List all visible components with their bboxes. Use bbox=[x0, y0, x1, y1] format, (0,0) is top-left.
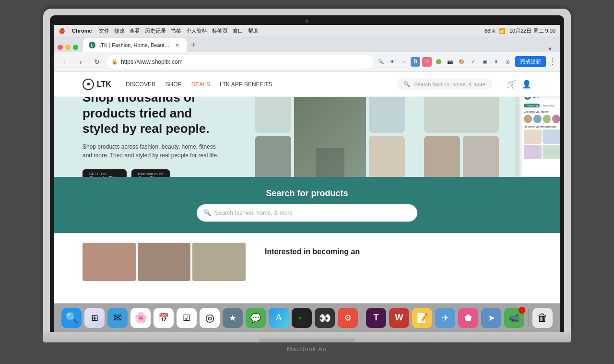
product-search-bar[interactable]: 🔍 Search fashion, home, & more bbox=[197, 204, 417, 222]
nav-search[interactable]: 🔍 Search fashion, home, & more bbox=[397, 78, 492, 90]
ext-palette[interactable]: 🎨 bbox=[457, 57, 466, 67]
search-icon: 🔍 bbox=[403, 81, 410, 87]
lock-icon: 🔒 bbox=[111, 59, 118, 65]
chrome-tabbar: L LTK | Fashion, Home, Beauty... ✕ + ▼ bbox=[54, 36, 560, 52]
apple-icon[interactable]: 🍎 bbox=[59, 28, 65, 34]
search-section-title: Search for products bbox=[65, 188, 549, 199]
nav-ltk-app[interactable]: LTK APP BENEFITS bbox=[220, 81, 272, 88]
menu-right: 66% 📶 10月22日 周二 9:00 bbox=[484, 27, 555, 35]
camera-notch bbox=[305, 19, 309, 23]
phone-search-bar bbox=[543, 97, 560, 99]
dock-paw[interactable]: ➤ bbox=[481, 308, 501, 328]
menu-items: 文件 修改 查看 历史记录 书签 个人资料 标签页 窗口 帮助 bbox=[99, 27, 259, 35]
dock-mail[interactable]: ✉ bbox=[107, 308, 128, 328]
hero-image-6 bbox=[424, 97, 499, 133]
menu-history[interactable]: 历史记录 bbox=[145, 27, 166, 35]
creator-avatar-1 bbox=[524, 115, 532, 123]
nav-links: DISCOVER SHOP DEALS LTK APP BENEFITS bbox=[126, 81, 272, 88]
dock-wps[interactable]: W bbox=[389, 308, 409, 328]
dock-toolbox[interactable]: ⚙ bbox=[338, 308, 358, 328]
forward-button[interactable]: › bbox=[74, 55, 87, 69]
bottom-section: Interested in becoming an bbox=[54, 233, 560, 304]
google-play-large: Google Play bbox=[89, 176, 120, 177]
google-play-button[interactable]: GET IT ON Google Play bbox=[83, 169, 127, 177]
phone-product-1 bbox=[524, 129, 542, 144]
ext-circle[interactable]: ◎ bbox=[503, 57, 512, 67]
nav-discover[interactable]: DISCOVER bbox=[126, 81, 156, 88]
phone-product-3 bbox=[524, 145, 542, 159]
address-bar[interactable]: 🔒 https://www.shopltk.com bbox=[106, 55, 373, 69]
menu-bookmarks[interactable]: 书签 bbox=[171, 27, 181, 35]
ext-box[interactable]: ▣ bbox=[480, 57, 489, 67]
browser-tab[interactable]: L LTK | Fashion, Home, Beauty... ✕ bbox=[83, 38, 187, 52]
menu-help[interactable]: 帮助 bbox=[248, 27, 259, 35]
minimize-button[interactable] bbox=[65, 45, 71, 50]
menu-view[interactable]: 查看 bbox=[130, 27, 140, 35]
phone-product-4 bbox=[543, 145, 560, 159]
app-store-button[interactable]: Download on the App Store bbox=[131, 169, 170, 177]
ext-green[interactable]: 🟢 bbox=[434, 57, 443, 67]
dock-calendar[interactable]: 📅 bbox=[154, 308, 174, 328]
ext-eye[interactable]: 👁 bbox=[388, 57, 397, 67]
tab-close-button[interactable]: ✕ bbox=[173, 41, 181, 49]
nav-deals[interactable]: DEALS bbox=[191, 81, 210, 88]
user-icon[interactable]: 👤 bbox=[522, 80, 531, 89]
refresh-button[interactable]: ↻ bbox=[90, 55, 104, 69]
menu-window[interactable]: 窗口 bbox=[233, 27, 243, 35]
macbook-lid: 🍎 Chrome 文件 修改 查看 历史记录 书签 个人资料 标签页 窗口 帮助 bbox=[43, 9, 571, 332]
dock-chrome[interactable]: ◎ bbox=[200, 308, 220, 328]
phone-products-label: Recently viewed products bbox=[524, 125, 560, 128]
interested-title: Interested in becoming an bbox=[265, 247, 531, 256]
cart-icon[interactable]: 🛒 bbox=[507, 80, 516, 89]
dock-wechat[interactable]: 💬 bbox=[246, 308, 266, 328]
dock-mimestream[interactable]: ✈ bbox=[435, 308, 455, 328]
maximize-button[interactable] bbox=[73, 45, 78, 50]
site-nav: ⊕ LTK DISCOVER SHOP DEALS LTK APP BENEFI… bbox=[54, 72, 560, 97]
ext-check[interactable]: ✓ bbox=[468, 57, 478, 67]
hero-image-5 bbox=[369, 136, 405, 176]
ltk-logo-circle: ⊕ bbox=[83, 79, 94, 90]
menu-edit[interactable]: 修改 bbox=[114, 27, 125, 35]
nav-shop[interactable]: SHOP bbox=[165, 81, 182, 88]
update-button[interactable]: 完成更新 bbox=[515, 56, 546, 67]
dock-facetime[interactable]: 📹 1 bbox=[504, 308, 524, 328]
new-tab-button[interactable]: + bbox=[187, 38, 200, 52]
phone-creators-label: Creators you follow bbox=[524, 110, 560, 113]
tab-favicon: L bbox=[89, 42, 95, 48]
ext-star[interactable]: ☆ bbox=[399, 57, 409, 67]
ext-camera[interactable]: 📷 bbox=[445, 57, 455, 67]
search-bar-placeholder: Search fashion, home, & more bbox=[215, 210, 293, 216]
ext-pink[interactable]: ♡ bbox=[422, 57, 432, 67]
dock-looks-like-eyes[interactable]: 👀 bbox=[315, 308, 335, 328]
dock-team-app[interactable]: T bbox=[366, 308, 386, 328]
dock-trash[interactable]: 🗑 bbox=[532, 308, 553, 328]
macbook: 🍎 Chrome 文件 修改 查看 历史记录 书签 个人资料 标签页 窗口 帮助 bbox=[43, 9, 571, 355]
dock-terminal[interactable]: >_ bbox=[292, 308, 312, 328]
app-menu-chrome[interactable]: Chrome bbox=[72, 28, 92, 34]
dock-altserver[interactable]: ★ bbox=[223, 308, 243, 328]
hero-subtitle: Shop products across fashion, beauty, ho… bbox=[83, 142, 226, 160]
hero-image-8 bbox=[463, 136, 499, 176]
menu-file[interactable]: 文件 bbox=[99, 27, 109, 35]
ext-download[interactable]: ⬇ bbox=[491, 57, 501, 67]
dock-photos[interactable]: 🌸 bbox=[130, 308, 151, 328]
dock-notes[interactable]: 📝 bbox=[412, 308, 432, 328]
macbook-label: MacBook Air bbox=[43, 342, 571, 355]
menu-tabs[interactable]: 标签页 bbox=[212, 27, 228, 35]
menu-dots[interactable]: ⋮ bbox=[549, 57, 556, 66]
zoom-icon[interactable]: 🔍 bbox=[376, 57, 386, 67]
back-button[interactable]: ‹ bbox=[58, 55, 71, 69]
influencer-image-3 bbox=[192, 243, 246, 281]
ext-b[interactable]: B bbox=[411, 57, 420, 67]
dock-launchpad[interactable]: ⊞ bbox=[84, 308, 105, 328]
dock-appstore[interactable]: A bbox=[269, 308, 289, 328]
hero-store-buttons: GET IT ON Google Play Download on the Ap… bbox=[83, 169, 226, 177]
dock-reminders[interactable]: ☑ bbox=[177, 308, 197, 328]
dock-finder[interactable]: 🔍 bbox=[61, 308, 82, 328]
dock-things[interactable]: ⬟ bbox=[458, 308, 478, 328]
influencer-image-2 bbox=[138, 243, 191, 281]
menu-profile[interactable]: 个人资料 bbox=[186, 27, 207, 35]
close-button[interactable] bbox=[58, 45, 63, 50]
tab-overflow[interactable]: ▼ bbox=[543, 46, 556, 52]
influencer-image-1 bbox=[83, 243, 136, 281]
